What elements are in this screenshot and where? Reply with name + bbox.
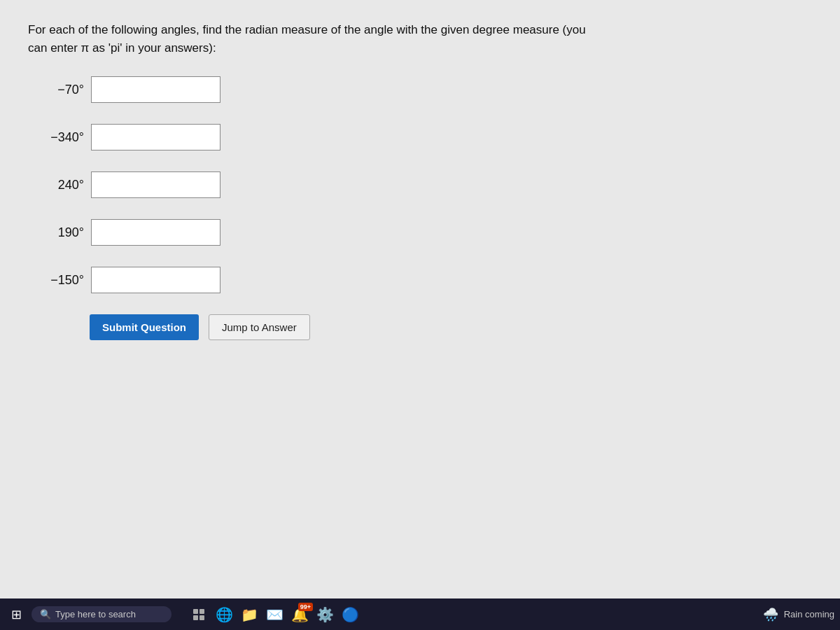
angle-input-5[interactable] <box>91 267 220 293</box>
notification-count: 99+ <box>298 603 313 611</box>
question-line1: For each of the following angles, find t… <box>28 23 586 36</box>
notification-badge[interactable]: 🔔 99+ <box>290 606 309 624</box>
buttons-row: Submit Question Jump to Answer <box>90 314 812 340</box>
taskbar: ⊞ 🔍 Type here to search 🌐 📁 ✉️ 🔔 99+ ⚙️ <box>0 598 840 630</box>
weather-icon: 🌧️ <box>763 607 778 622</box>
weather-text: Rain coming <box>784 609 834 620</box>
angle-label-4: 190° <box>28 225 84 240</box>
angle-label-3: 240° <box>28 178 84 192</box>
search-placeholder: Type here to search <box>55 609 136 620</box>
angle-input-2[interactable] <box>91 124 220 150</box>
question-text: For each of the following angles, find t… <box>28 21 602 57</box>
angle-label-2: −340° <box>28 130 84 145</box>
angle-row-3: 240° <box>28 172 812 198</box>
taskview-icon[interactable] <box>190 606 208 624</box>
main-content: For each of the following angles, find t… <box>0 0 840 598</box>
angle-input-3[interactable] <box>91 172 220 198</box>
angle-row-5: −150° <box>28 267 812 293</box>
jump-to-answer-button[interactable]: Jump to Answer <box>209 314 310 340</box>
file-explorer-icon[interactable]: 📁 <box>240 606 258 624</box>
angle-row-4: 190° <box>28 219 812 246</box>
settings-icon[interactable]: ⚙️ <box>316 606 334 624</box>
chrome-icon[interactable]: 🔵 <box>341 606 359 624</box>
question-line2: can enter π as 'pi' in your answers): <box>28 41 216 55</box>
mail-icon[interactable]: ✉️ <box>265 606 284 624</box>
submit-question-button[interactable]: Submit Question <box>90 314 199 340</box>
taskbar-search-box[interactable]: 🔍 Type here to search <box>31 606 172 622</box>
angle-input-4[interactable] <box>91 219 220 246</box>
angle-label-1: −70° <box>28 83 84 97</box>
taskbar-app-icons: 🌐 📁 ✉️ 🔔 99+ ⚙️ 🔵 <box>190 606 359 624</box>
svg-rect-0 <box>193 609 198 614</box>
search-icon: 🔍 <box>40 609 51 620</box>
svg-rect-1 <box>200 609 204 614</box>
angle-row-1: −70° <box>28 76 812 103</box>
svg-rect-2 <box>193 615 198 620</box>
taskbar-right: 🌧️ Rain coming <box>763 607 834 622</box>
edge-icon[interactable]: 🌐 <box>215 606 233 624</box>
angle-row-2: −340° <box>28 124 812 150</box>
start-button[interactable]: ⊞ <box>6 604 27 625</box>
angle-label-5: −150° <box>28 273 84 288</box>
svg-rect-3 <box>200 615 204 620</box>
angle-input-1[interactable] <box>91 76 220 103</box>
